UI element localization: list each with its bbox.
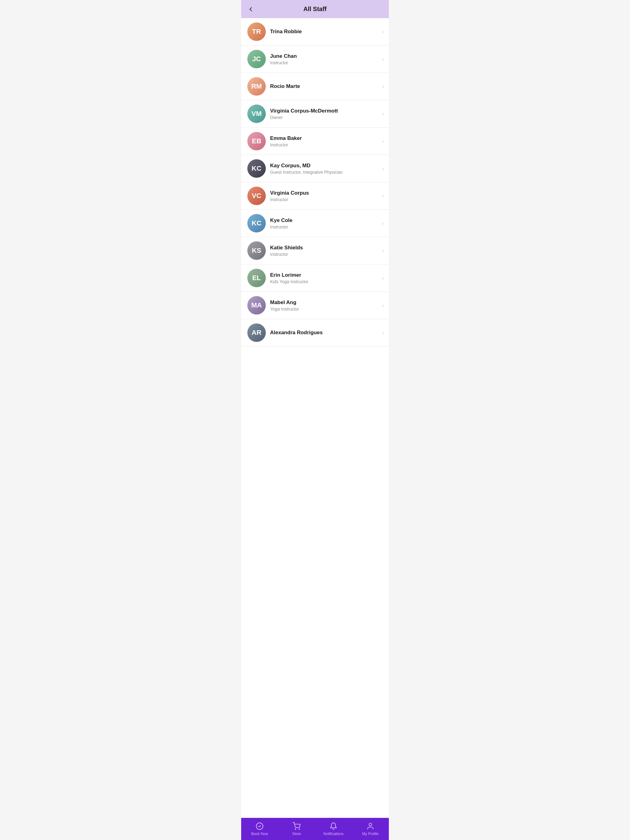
staff-name: Trina Robbie [270, 28, 380, 35]
chevron-right-icon: › [382, 56, 384, 62]
staff-role: Owner [270, 115, 380, 120]
staff-item[interactable]: KSKatie ShieldsInstructor› [241, 237, 389, 264]
header: All Staff [241, 0, 389, 18]
avatar: KC [247, 214, 266, 232]
nav-book-now-label: Book Now [251, 832, 268, 836]
staff-item[interactable]: EBEmma BakerInstructor› [241, 128, 389, 155]
staff-item[interactable]: KCKay Corpus, MDGuest Instructor, Integr… [241, 155, 389, 182]
svg-point-3 [369, 823, 372, 826]
staff-role: Guest Instructor, Integrative Physician [270, 170, 380, 175]
user-icon [366, 822, 375, 831]
avatar: RM [247, 77, 266, 96]
chevron-right-icon: › [382, 138, 384, 145]
staff-info: Trina Robbie [270, 28, 380, 35]
staff-name: Alexandra Rodrigues [270, 329, 380, 336]
staff-role: Instructor [270, 197, 380, 202]
staff-info: Mabel AngYoga Instructor [270, 299, 380, 311]
avatar: EB [247, 132, 266, 150]
avatar: VC [247, 186, 266, 205]
avatar: KS [247, 242, 266, 260]
staff-name: Virginia Corpus-McDermott [270, 107, 380, 114]
chevron-right-icon: › [382, 83, 384, 90]
staff-name: Kay Corpus, MD [270, 163, 380, 169]
staff-info: Rocio Marte [270, 83, 380, 90]
staff-info: Katie ShieldsInstructor [270, 245, 380, 257]
avatar: EL [247, 269, 266, 287]
chevron-right-icon: › [382, 330, 384, 336]
staff-name: June Chan [270, 53, 380, 60]
svg-point-2 [299, 829, 300, 829]
nav-notifications[interactable]: Notifications [315, 818, 352, 840]
staff-info: Kye ColeInstructor [270, 217, 380, 229]
page-title: All Staff [303, 6, 327, 13]
staff-info: Emma BakerInstructor [270, 135, 380, 147]
check-circle-icon [255, 822, 264, 831]
avatar: AR [247, 324, 266, 342]
staff-item[interactable]: MAMabel AngYoga Instructor› [241, 292, 389, 319]
staff-item[interactable]: JCJune ChanInstructor› [241, 46, 389, 73]
staff-info: Virginia CorpusInstructor [270, 190, 380, 202]
staff-item[interactable]: VCVirginia CorpusInstructor› [241, 182, 389, 210]
chevron-right-icon: › [382, 302, 384, 309]
staff-role: Kids Yoga Instructor [270, 279, 380, 284]
chevron-right-icon: › [382, 275, 384, 281]
staff-name: Rocio Marte [270, 83, 380, 90]
back-button[interactable] [246, 5, 255, 14]
staff-role: Instructor [270, 252, 380, 257]
bottom-nav: Book Now Store Notifications [241, 818, 389, 840]
staff-role: Instructor [270, 60, 380, 65]
staff-name: Kye Cole [270, 217, 380, 224]
avatar: TR [247, 22, 266, 41]
staff-info: June ChanInstructor [270, 53, 380, 65]
staff-name: Mabel Ang [270, 299, 380, 306]
chevron-right-icon: › [382, 28, 384, 35]
svg-point-1 [295, 829, 296, 829]
nav-my-profile[interactable]: My Profile [352, 818, 389, 840]
avatar: KC [247, 159, 266, 178]
staff-info: Kay Corpus, MDGuest Instructor, Integrat… [270, 163, 380, 175]
chevron-right-icon: › [382, 248, 384, 254]
staff-role: Instructor [270, 224, 380, 229]
nav-my-profile-label: My Profile [362, 832, 378, 836]
staff-name: Katie Shields [270, 245, 380, 251]
nav-store[interactable]: Store [278, 818, 315, 840]
staff-role: Instructor [270, 142, 380, 147]
chevron-right-icon: › [382, 166, 384, 172]
staff-name: Erin Lorimer [270, 272, 380, 279]
avatar: MA [247, 296, 266, 314]
staff-name: Emma Baker [270, 135, 380, 142]
staff-info: Alexandra Rodrigues [270, 329, 380, 336]
nav-notifications-label: Notifications [323, 832, 343, 836]
staff-name: Virginia Corpus [270, 190, 380, 196]
staff-list: TRTrina Robbie›JCJune ChanInstructor›RMR… [241, 18, 389, 346]
staff-item[interactable]: RMRocio Marte› [241, 73, 389, 100]
staff-item[interactable]: ARAlexandra Rodrigues› [241, 319, 389, 346]
nav-store-label: Store [292, 832, 301, 836]
shopping-cart-icon [292, 822, 301, 831]
staff-info: Erin LorimerKids Yoga Instructor [270, 272, 380, 284]
nav-book-now[interactable]: Book Now [241, 818, 278, 840]
staff-role: Yoga Instructor [270, 306, 380, 311]
staff-list-container: TRTrina Robbie›JCJune ChanInstructor›RMR… [241, 18, 389, 840]
staff-item[interactable]: KCKye ColeInstructor› [241, 210, 389, 237]
staff-item[interactable]: ELErin LorimerKids Yoga Instructor› [241, 264, 389, 292]
bell-icon [329, 822, 338, 831]
staff-info: Virginia Corpus-McDermottOwner [270, 107, 380, 120]
avatar: JC [247, 50, 266, 68]
chevron-right-icon: › [382, 193, 384, 199]
chevron-right-icon: › [382, 111, 384, 117]
avatar: VM [247, 104, 266, 123]
chevron-right-icon: › [382, 220, 384, 227]
staff-item[interactable]: TRTrina Robbie› [241, 18, 389, 46]
staff-item[interactable]: VMVirginia Corpus-McDermottOwner› [241, 100, 389, 128]
